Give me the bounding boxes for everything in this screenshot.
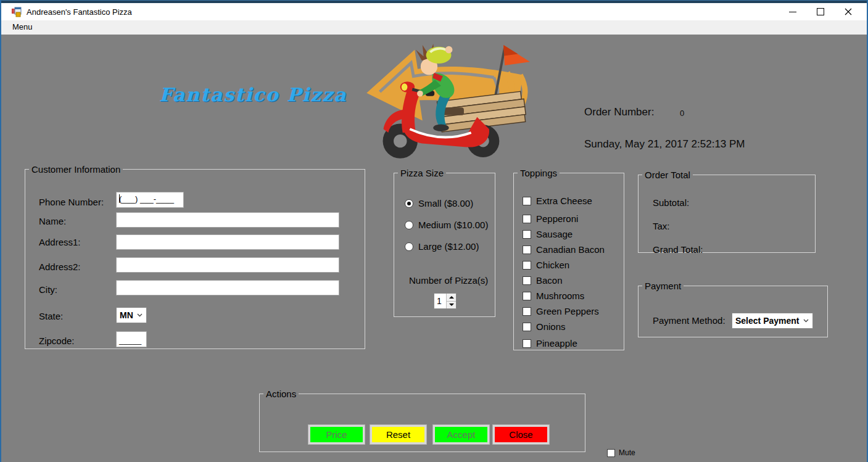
pizza-count-value: 1 — [434, 294, 446, 308]
address2-input[interactable] — [116, 257, 339, 273]
order-number-value: 0 — [680, 109, 684, 118]
pizza-size-title: Pizza Size — [398, 168, 446, 178]
checkbox-icon[interactable] — [523, 292, 531, 300]
mute-label: Mute — [619, 448, 635, 457]
topping-canadian-bacon[interactable]: Canadian Bacon — [523, 244, 605, 255]
actions-group: Actions Price Reset Accept Close — [259, 389, 585, 452]
checkbox-icon[interactable] — [523, 197, 531, 205]
menu-item-menu[interactable]: Menu — [7, 20, 38, 33]
payment-method-dropdown[interactable]: Select Payment — [732, 313, 813, 329]
pizza-count-stepper[interactable]: 1 — [434, 293, 457, 309]
checkbox-icon[interactable] — [523, 276, 531, 285]
chevron-down-icon — [137, 313, 143, 317]
topping-bacon[interactable]: Bacon — [523, 275, 563, 286]
topping-pepperoni[interactable]: Pepperoni — [523, 213, 578, 224]
city-label: City: — [39, 284, 57, 295]
checkbox-icon[interactable] — [523, 261, 531, 270]
name-label: Name: — [39, 216, 66, 226]
close-icon[interactable] — [834, 3, 862, 20]
mute-checkbox-row[interactable]: Mute — [607, 448, 635, 457]
close-button[interactable]: Close — [492, 424, 550, 445]
accept-button[interactable]: Accept — [432, 424, 490, 445]
logo-text: Fantastico Pizza — [159, 84, 347, 105]
stepper-up-icon[interactable] — [447, 294, 456, 301]
radio-icon[interactable] — [405, 221, 413, 229]
toppings-group: Toppings Extra Cheese Pepperoni Sausage … — [513, 168, 624, 350]
order-total-group: Order Total Subtotal: Tax: Grand Total: — [638, 170, 816, 253]
reset-button[interactable]: Reset — [370, 424, 427, 445]
address1-input[interactable] — [116, 234, 339, 250]
pizza-size-group: Pizza Size Small ($8.00) Medium ($10.00)… — [394, 168, 495, 317]
grand-total-label: Grand Total: — [653, 244, 703, 255]
checkbox-icon[interactable] — [523, 307, 531, 316]
checkbox-icon[interactable] — [523, 339, 531, 348]
order-total-title: Order Total — [642, 170, 693, 180]
topping-mushrooms[interactable]: Mushrooms — [523, 291, 584, 301]
phone-input[interactable]: (___) ___-____ — [116, 192, 184, 208]
customer-info-group: Customer Information Phone Number: (___)… — [25, 164, 365, 349]
customer-info-title: Customer Information — [29, 164, 123, 175]
radio-icon[interactable] — [405, 199, 413, 208]
actions-title: Actions — [263, 389, 299, 399]
titlebar: Andreasen's Fantastico Pizza — [1, 3, 867, 20]
radio-icon[interactable] — [405, 242, 413, 251]
window-title: Andreasen's Fantastico Pizza — [27, 7, 132, 17]
tax-label: Tax: — [653, 221, 670, 231]
topping-pineapple[interactable]: Pineapple — [523, 338, 577, 349]
radio-small[interactable]: Small ($8.00) — [405, 198, 473, 208]
payment-method-label: Payment Method: — [653, 315, 725, 326]
topping-onions[interactable]: Onions — [523, 321, 566, 332]
name-input[interactable] — [116, 212, 339, 228]
checkbox-icon[interactable] — [523, 215, 531, 223]
checkbox-icon[interactable] — [523, 245, 531, 254]
menubar: Menu — [1, 20, 867, 35]
payment-title: Payment — [642, 281, 684, 291]
address1-label: Address1: — [39, 237, 81, 247]
price-button[interactable]: Price — [308, 424, 365, 445]
phone-label: Phone Number: — [39, 197, 104, 207]
checkbox-icon[interactable] — [523, 323, 531, 331]
toppings-title: Toppings — [518, 168, 560, 178]
stepper-down-icon[interactable] — [447, 301, 456, 309]
subtotal-label: Subtotal: — [653, 197, 689, 208]
state-dropdown[interactable]: MN — [116, 307, 147, 323]
pizza-count-label: Number of Pizza(s) — [409, 275, 488, 286]
delivery-scooter-illustration — [350, 37, 530, 162]
payment-group: Payment Payment Method: Select Payment — [638, 281, 828, 337]
topping-green-peppers[interactable]: Green Peppers — [523, 306, 599, 316]
app-window: Andreasen's Fantastico Pizza Menu Fantas… — [0, 0, 868, 462]
state-label: State: — [39, 311, 63, 321]
form-body: Fantastico Pizza — [1, 35, 867, 462]
topping-chicken[interactable]: Chicken — [523, 260, 569, 270]
datetime-label: Sunday, May 21, 2017 2:52:13 PM — [584, 138, 745, 151]
chevron-down-icon — [803, 319, 809, 323]
topping-sausage[interactable]: Sausage — [523, 229, 572, 239]
zipcode-input[interactable]: _____ — [116, 331, 147, 347]
zipcode-label: Zipcode: — [39, 336, 75, 346]
radio-large[interactable]: Large ($12.00) — [405, 241, 479, 252]
address2-label: Address2: — [39, 262, 81, 272]
winforms-app-icon — [11, 7, 22, 17]
minimize-icon[interactable] — [779, 3, 806, 20]
checkbox-icon[interactable] — [523, 230, 531, 239]
maximize-icon[interactable] — [806, 3, 834, 20]
topping-extra-cheese[interactable]: Extra Cheese — [523, 196, 592, 206]
order-number-label: Order Number: — [584, 106, 654, 118]
radio-medium[interactable]: Medium ($10.00) — [405, 220, 488, 230]
checkbox-icon[interactable] — [607, 449, 615, 457]
city-input[interactable] — [116, 280, 339, 295]
